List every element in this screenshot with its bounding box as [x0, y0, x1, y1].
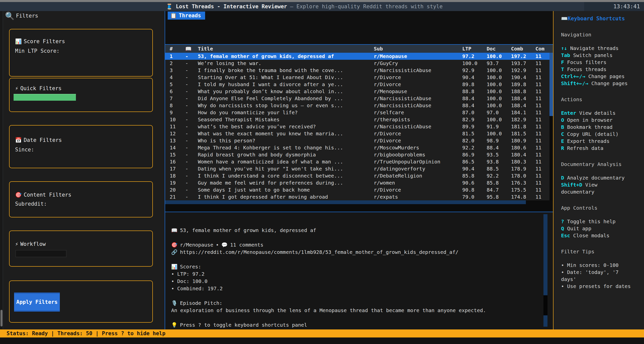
table-row[interactable]: 4-Starting Over at 51: What I Learned Ab… — [165, 74, 553, 81]
row-marker: - — [185, 144, 198, 151]
row-doc: 100.0 — [487, 53, 511, 60]
shortcut-key: Shift+D — [561, 182, 582, 188]
row-ltp: 90.4 — [462, 74, 487, 81]
table-vertical-scrollbar-thumb[interactable] — [549, 53, 553, 116]
book-icon[interactable]: 📖 — [185, 45, 198, 53]
row-comb: 197.2 — [511, 53, 535, 60]
column-comments[interactable]: Com — [535, 45, 553, 53]
row-sub: r/Divorce — [374, 186, 462, 193]
table-vertical-scrollbar-track[interactable] — [549, 53, 553, 200]
filters-sidebar: 🔍Filters 📊Score Filters Min LTP Score: ⚡… — [0, 11, 165, 329]
row-comb: 180.3 — [511, 158, 535, 165]
target-icon: 🎯 — [171, 242, 177, 248]
shortcut-item: Shift+D View documentary — [561, 181, 631, 195]
row-marker: - — [185, 123, 198, 130]
main-panel: 📋Threads # 📖 Title Sub LTP Doc Comb Com … — [165, 11, 553, 329]
shortcut-description: Quit app — [567, 225, 591, 232]
row-comb: 181.8 — [511, 123, 535, 130]
date-filters-box: 📅Date Filters Since: — [9, 125, 153, 168]
shortcut-item: F Focus filters — [561, 59, 631, 66]
column-title[interactable]: Title — [198, 45, 374, 53]
row-comb: 180.9 — [511, 137, 535, 144]
column-doc[interactable]: Doc — [487, 45, 511, 53]
table-row[interactable]: 18-I think I understand a core disconnec… — [165, 172, 553, 179]
filters-header: 🔍Filters — [5, 12, 38, 20]
column-rank[interactable]: # — [170, 45, 185, 53]
detail-url[interactable]: https://reddit.com/r/Menopause/comments/… — [180, 249, 458, 255]
table-row[interactable]: 9-How do you romanticize your life?r/sel… — [165, 109, 553, 116]
table-row[interactable]: 15-Rapid breast growth and body dysmorph… — [165, 151, 553, 158]
row-comb: 180.6 — [511, 144, 535, 151]
filters-scrollbar-track[interactable] — [0, 11, 3, 329]
workflow-input[interactable] — [16, 250, 66, 257]
table-row[interactable]: 16-Women have a romanticized idea of wha… — [165, 158, 553, 165]
table-row[interactable]: 10-Seasoned Therapist Mistakesr/therapis… — [165, 116, 553, 123]
detail-scrollbar-gap[interactable] — [543, 295, 547, 316]
column-ltp[interactable]: LTP — [462, 45, 487, 53]
row-marker: - — [185, 116, 198, 123]
detail-score-combined: • Combined: 197.2 — [171, 285, 553, 292]
quick-filter-preset-bar[interactable] — [14, 94, 76, 101]
horizontal-scrollbar-thumb[interactable] — [165, 200, 526, 204]
row-title: 53, female mother of grown kids, depress… — [198, 53, 374, 60]
detail-subreddit: r/Menopause — [180, 242, 213, 248]
row-doc: 100.0 — [487, 81, 511, 88]
row-comb: 190.4 — [511, 74, 535, 81]
horizontal-scrollbar-track[interactable] — [165, 200, 553, 212]
table-row[interactable]: 7-Did Anyone Else Feel Completely Abando… — [165, 95, 553, 102]
row-sub: r/Divorce — [374, 130, 462, 137]
row-sub: r/Menopause — [374, 53, 462, 60]
table-row[interactable]: 8-Why do narcissists stop loving us – or… — [165, 102, 553, 109]
tab-threads[interactable]: 📋Threads — [168, 12, 205, 20]
column-sub[interactable]: Sub — [374, 45, 462, 53]
detail-scrollbar-segment[interactable] — [543, 214, 547, 295]
row-marker: - — [185, 158, 198, 165]
table-row[interactable]: 1-53, female mother of grown kids, depre… — [165, 53, 553, 60]
column-comb[interactable]: Comb — [511, 45, 535, 53]
row-marker: - — [185, 53, 198, 60]
row-doc: 97.0 — [487, 109, 511, 116]
row-sub: r/expats — [374, 193, 462, 200]
detail-score-ltp: • LTP: 97.2 — [171, 270, 553, 278]
shortcut-item: Shift+←/→ Change pages — [561, 80, 631, 87]
shortcut-description: Switch panels — [573, 52, 613, 58]
table-row[interactable]: 11-what’s the best advice you’ve receive… — [165, 123, 553, 130]
row-marker: - — [185, 165, 198, 172]
filters-scrollbar-thumb[interactable] — [1, 310, 3, 326]
shortcut-description: Navigate threads — [570, 45, 619, 51]
table-body: 1-53, female mother of grown kids, depre… — [165, 53, 553, 200]
shortcut-description: Copy URL (detail) — [567, 131, 619, 137]
row-ltp: 79.0 — [462, 193, 487, 200]
shortcut-item: D Analyze documentary — [561, 174, 631, 181]
app-window: 🧵 Lost Threads - Interactive Reviewer — … — [0, 0, 644, 344]
table-row[interactable]: 17-Dating when you've hit your "I won't … — [165, 165, 553, 172]
row-sub: r/NarcissisticAbuse — [374, 95, 462, 102]
row-sub: r/TrueUnpopularOpinion — [374, 158, 462, 165]
table-row[interactable]: 21-I think I got depressed after moving … — [165, 193, 553, 200]
table-row[interactable]: 2-We’re losing the war.r/GuyCry100.093.7… — [165, 60, 553, 67]
table-row[interactable]: 5-I told my husband I want a divorce aft… — [165, 81, 553, 88]
microphone-icon: 🎙️ — [171, 300, 177, 306]
table-row[interactable]: 13-Who is this person?r/Divorce82.098.91… — [165, 137, 553, 144]
table-row[interactable]: 12-What was the exact moment you knew th… — [165, 130, 553, 137]
table-row[interactable]: 20-Some days I just want to go back home… — [165, 186, 553, 193]
date-filters-title: 📅Date Filters — [15, 137, 62, 143]
row-rank: 8 — [170, 102, 185, 109]
shortcut-item: R Refresh data — [561, 145, 631, 152]
table-row[interactable]: 3-I finally broke the trauma bond with t… — [165, 67, 553, 74]
bottom-strip — [0, 337, 644, 344]
workflow-box: ⚡Workflow — [9, 231, 153, 267]
apply-filters-button[interactable]: Apply Filters — [14, 293, 60, 312]
clipboard-icon: 📋 — [170, 13, 177, 19]
detail-scrollbar[interactable] — [543, 214, 547, 327]
clock: 13:43:41 — [584, 2, 644, 11]
table-row[interactable]: 6-What you probably don’t know about alc… — [165, 88, 553, 95]
row-title: I told my husband I want a divorce after… — [198, 81, 374, 88]
table-row[interactable]: 14-Mega Thread 4: Kohberger is set to ch… — [165, 144, 553, 151]
detail-scrollbar-segment[interactable] — [543, 315, 547, 327]
table-row[interactable]: 19-Guy made me feel weird for preference… — [165, 179, 553, 186]
row-rank: 14 — [170, 144, 185, 151]
row-rank: 19 — [170, 179, 185, 186]
app-title-group: 🧵 Lost Threads - Interactive Reviewer — … — [166, 4, 443, 10]
row-ltp: 88.4 — [462, 95, 487, 102]
